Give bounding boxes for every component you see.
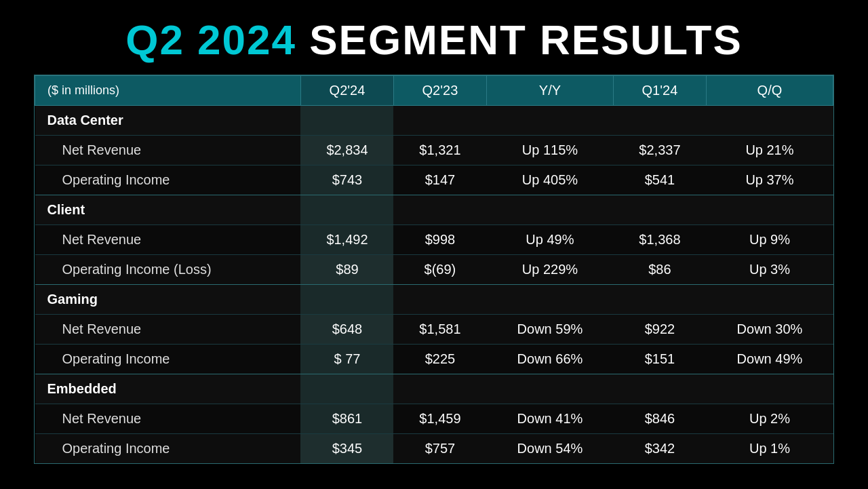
table-row: Net Revenue$648$1,581Down 59%$922Down 30…: [35, 315, 833, 345]
row-label: Net Revenue: [35, 404, 301, 434]
row-label: Operating Income (Loss): [35, 255, 301, 285]
row-yy: Down 54%: [486, 434, 613, 464]
row-yy: Down 59%: [486, 315, 613, 345]
segment-name: Embedded: [35, 374, 301, 404]
table-row: Operating Income$743$147Up 405%$541Up 37…: [35, 165, 833, 195]
table-header-row: ($ in millions) Q2'24 Q2'23 Y/Y Q1'24 Q/…: [35, 76, 833, 106]
segment-name: Gaming: [35, 285, 301, 315]
row-q224: $743: [300, 165, 393, 195]
segment-header-gaming: Gaming: [35, 285, 833, 315]
segment-q2-shaded: [300, 106, 393, 136]
segment-q2-shaded: [300, 374, 393, 404]
row-qq: Up 1%: [706, 434, 833, 464]
row-q223: $225: [393, 345, 486, 374]
col-header-qq: Q/Q: [706, 76, 833, 106]
title-area: Q2 2024 SEGMENT RESULTS: [0, 0, 868, 75]
row-yy: Up 405%: [486, 165, 613, 195]
row-yy: Down 66%: [486, 345, 613, 374]
row-q224: $345: [300, 434, 393, 464]
row-q223: $(69): [393, 255, 486, 285]
row-qq: Up 9%: [706, 225, 833, 255]
page-title: Q2 2024 SEGMENT RESULTS: [0, 19, 868, 61]
table-row: Operating Income (Loss)$89$(69)Up 229%$8…: [35, 255, 833, 285]
results-table-container: ($ in millions) Q2'24 Q2'23 Y/Y Q1'24 Q/…: [34, 75, 834, 464]
row-label: Net Revenue: [35, 225, 301, 255]
table-row: Net Revenue$2,834$1,321Up 115%$2,337Up 2…: [35, 136, 833, 165]
row-q224: $ 77: [300, 345, 393, 374]
row-q124: $151: [613, 345, 706, 374]
row-yy: Up 49%: [486, 225, 613, 255]
row-label: Net Revenue: [35, 315, 301, 345]
row-q223: $998: [393, 225, 486, 255]
segment-name: Client: [35, 195, 301, 225]
row-q224: $2,834: [300, 136, 393, 165]
row-label: Operating Income: [35, 434, 301, 464]
table-row: Net Revenue$1,492$998Up 49%$1,368Up 9%: [35, 225, 833, 255]
segment-q2-shaded: [300, 195, 393, 225]
row-q124: $2,337: [613, 136, 706, 165]
col-header-yy: Y/Y: [486, 76, 613, 106]
col-header-q224: Q2'24: [300, 76, 393, 106]
segment-header-data-center: Data Center: [35, 106, 833, 136]
row-label: Net Revenue: [35, 136, 301, 165]
row-q224: $648: [300, 315, 393, 345]
col-header-q223: Q2'23: [393, 76, 486, 106]
row-yy: Up 115%: [486, 136, 613, 165]
row-q124: $86: [613, 255, 706, 285]
title-highlight: Q2 2024: [125, 16, 296, 63]
row-qq: Up 3%: [706, 255, 833, 285]
row-qq: Up 21%: [706, 136, 833, 165]
row-q223: $1,581: [393, 315, 486, 345]
table-row: Operating Income$ 77$225Down 66%$151Down…: [35, 345, 833, 374]
row-q224: $89: [300, 255, 393, 285]
row-qq: Down 30%: [706, 315, 833, 345]
table-row: Net Revenue$861$1,459Down 41%$846Up 2%: [35, 404, 833, 434]
row-q223: $1,321: [393, 136, 486, 165]
row-q124: $1,368: [613, 225, 706, 255]
row-q124: $541: [613, 165, 706, 195]
segment-header-client: Client: [35, 195, 833, 225]
row-q224: $1,492: [300, 225, 393, 255]
row-q223: $757: [393, 434, 486, 464]
row-q224: $861: [300, 404, 393, 434]
row-q124: $342: [613, 434, 706, 464]
row-qq: Up 2%: [706, 404, 833, 434]
col-header-label: ($ in millions): [35, 76, 301, 106]
row-q124: $846: [613, 404, 706, 434]
row-yy: Down 41%: [486, 404, 613, 434]
segment-q2-shaded: [300, 285, 393, 315]
table-row: Operating Income$345$757Down 54%$342Up 1…: [35, 434, 833, 464]
row-label: Operating Income: [35, 345, 301, 374]
segment-name: Data Center: [35, 106, 301, 136]
table-body: Data CenterNet Revenue$2,834$1,321Up 115…: [35, 106, 833, 464]
row-qq: Down 49%: [706, 345, 833, 374]
segment-results-table: ($ in millions) Q2'24 Q2'23 Y/Y Q1'24 Q/…: [35, 75, 833, 463]
col-header-q124: Q1'24: [613, 76, 706, 106]
row-q223: $1,459: [393, 404, 486, 434]
row-yy: Up 229%: [486, 255, 613, 285]
row-q223: $147: [393, 165, 486, 195]
title-normal: SEGMENT RESULTS: [296, 16, 743, 63]
row-qq: Up 37%: [706, 165, 833, 195]
segment-header-embedded: Embedded: [35, 374, 833, 404]
row-q124: $922: [613, 315, 706, 345]
row-label: Operating Income: [35, 165, 301, 195]
